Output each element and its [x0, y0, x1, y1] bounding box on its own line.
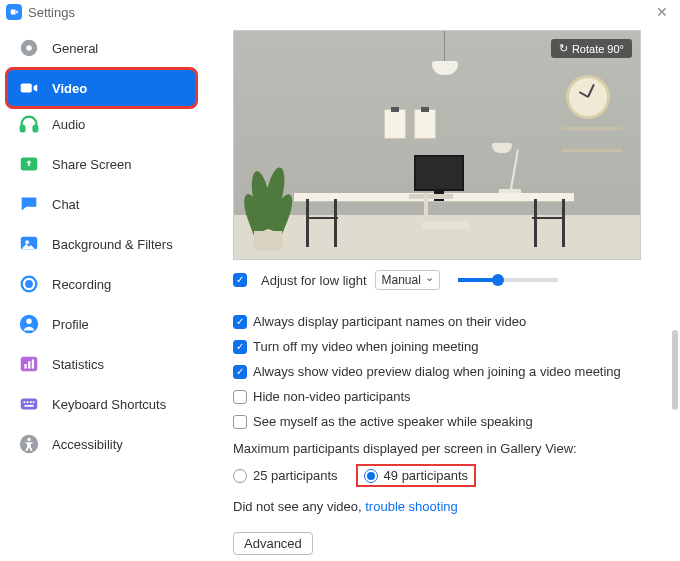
radio-49[interactable] — [364, 469, 378, 483]
sidebar-item-label: Profile — [52, 317, 89, 332]
sidebar-item-statistics[interactable]: Statistics — [8, 346, 195, 382]
svg-rect-14 — [28, 361, 30, 368]
no-video-text: Did not see any video, trouble shooting — [233, 499, 656, 514]
svg-point-9 — [26, 281, 32, 287]
sidebar-item-audio[interactable]: Audio — [8, 106, 195, 142]
option-row: Always display participant names on thei… — [233, 314, 656, 329]
option-label: Always show video preview dialog when jo… — [253, 364, 621, 379]
svg-rect-20 — [33, 401, 35, 403]
option-label: Hide non-video participants — [253, 389, 411, 404]
svg-rect-18 — [27, 401, 29, 403]
option-label: See myself as the active speaker while s… — [253, 414, 533, 429]
svg-rect-17 — [24, 401, 26, 403]
gallery-25-option[interactable]: 25 participants — [233, 468, 338, 483]
recording-icon — [18, 273, 40, 295]
gallery-49-option[interactable]: 49 participants — [356, 464, 477, 487]
sidebar-item-label: Share Screen — [52, 157, 132, 172]
sidebar-item-label: Background & Filters — [52, 237, 173, 252]
slider-thumb[interactable] — [492, 274, 504, 286]
option-label: Turn off my video when joining meeting — [253, 339, 478, 354]
video-icon — [18, 77, 40, 99]
gear-icon — [18, 37, 40, 59]
sidebar-item-label: Accessibility — [52, 437, 123, 452]
sidebar-item-label: Chat — [52, 197, 79, 212]
option-row: Always show video preview dialog when jo… — [233, 364, 656, 379]
option-row: See myself as the active speaker while s… — [233, 414, 656, 429]
svg-point-11 — [26, 319, 32, 325]
troubleshooting-link[interactable]: trouble shooting — [365, 499, 458, 514]
option-names-checkbox[interactable] — [233, 315, 247, 329]
sidebar-item-label: Keyboard Shortcuts — [52, 397, 166, 412]
option-hide-nonvideo-checkbox[interactable] — [233, 390, 247, 404]
profile-icon — [18, 313, 40, 335]
advanced-button[interactable]: Advanced — [233, 532, 313, 555]
sidebar-item-chat[interactable]: Chat — [8, 186, 195, 222]
keyboard-icon — [18, 393, 40, 415]
svg-rect-19 — [30, 401, 32, 403]
sidebar-item-label: Audio — [52, 117, 85, 132]
zoom-logo-icon — [6, 4, 22, 20]
window-title: Settings — [28, 5, 75, 20]
accessibility-icon — [18, 433, 40, 455]
svg-rect-13 — [24, 364, 26, 369]
svg-point-7 — [25, 240, 29, 244]
headphones-icon — [18, 113, 40, 135]
svg-rect-2 — [21, 83, 32, 92]
sidebar-item-background-filters[interactable]: Background & Filters — [8, 226, 195, 262]
svg-rect-3 — [21, 126, 25, 131]
sidebar-item-recording[interactable]: Recording — [8, 266, 195, 302]
share-screen-icon — [18, 153, 40, 175]
chat-icon — [18, 193, 40, 215]
option-label: Always display participant names on thei… — [253, 314, 526, 329]
option-preview-checkbox[interactable] — [233, 365, 247, 379]
svg-rect-16 — [21, 399, 38, 410]
radio-25[interactable] — [233, 469, 247, 483]
sidebar-item-label: General — [52, 41, 98, 56]
rotate-label: Rotate 90° — [572, 43, 624, 55]
low-light-slider[interactable] — [458, 278, 558, 282]
statistics-icon — [18, 353, 40, 375]
sidebar-item-profile[interactable]: Profile — [8, 306, 195, 342]
svg-point-23 — [27, 438, 30, 441]
rotate-button[interactable]: ↻ Rotate 90° — [551, 39, 632, 58]
background-icon — [18, 233, 40, 255]
sidebar-item-share-screen[interactable]: Share Screen — [8, 146, 195, 182]
svg-rect-21 — [24, 405, 33, 407]
option-row: Hide non-video participants — [233, 389, 656, 404]
low-light-checkbox[interactable] — [233, 273, 247, 287]
low-light-mode-select[interactable]: Manual — [375, 270, 440, 290]
sidebar-item-label: Video — [52, 81, 87, 96]
scrollbar-thumb[interactable] — [672, 330, 678, 410]
sidebar-item-label: Statistics — [52, 357, 104, 372]
sidebar-item-accessibility[interactable]: Accessibility — [8, 426, 195, 462]
sidebar-item-video[interactable]: Video — [5, 67, 198, 109]
settings-video-panel: ↻ Rotate 90° Adjust for low light Manual… — [205, 24, 680, 561]
svg-rect-4 — [34, 126, 38, 131]
sidebar-item-label: Recording — [52, 277, 111, 292]
svg-rect-15 — [32, 359, 34, 368]
titlebar: Settings ✕ — [0, 0, 680, 24]
svg-point-1 — [26, 45, 32, 51]
option-see-self-checkbox[interactable] — [233, 415, 247, 429]
sidebar: General Video Audio Share Screen Chat — [0, 24, 205, 561]
sidebar-item-general[interactable]: General — [8, 30, 195, 66]
close-icon[interactable]: ✕ — [652, 4, 672, 20]
option-turnoff-checkbox[interactable] — [233, 340, 247, 354]
gallery-view-label: Maximum participants displayed per scree… — [233, 441, 656, 456]
low-light-label: Adjust for low light — [261, 273, 367, 288]
sidebar-item-keyboard-shortcuts[interactable]: Keyboard Shortcuts — [8, 386, 195, 422]
rotate-icon: ↻ — [559, 42, 568, 55]
option-row: Turn off my video when joining meeting — [233, 339, 656, 354]
video-preview: ↻ Rotate 90° — [233, 30, 641, 260]
